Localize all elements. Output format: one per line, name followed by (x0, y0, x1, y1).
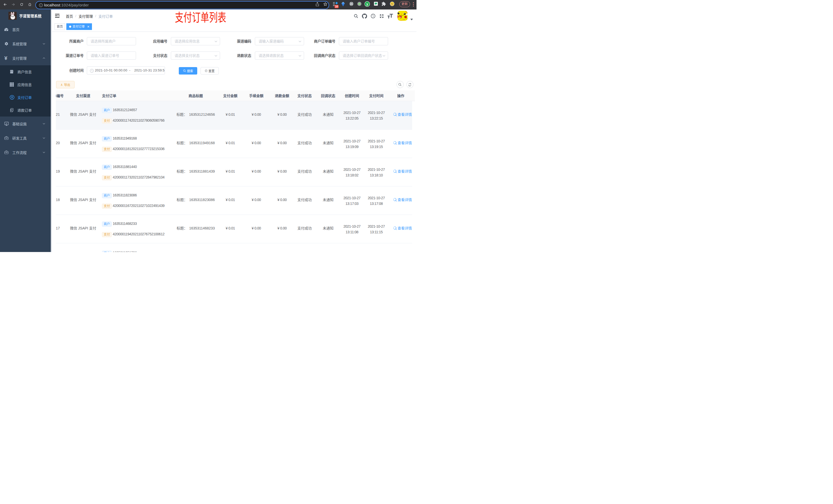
svg-text:y: y (366, 2, 368, 6)
svg-text:10: 10 (335, 5, 338, 8)
